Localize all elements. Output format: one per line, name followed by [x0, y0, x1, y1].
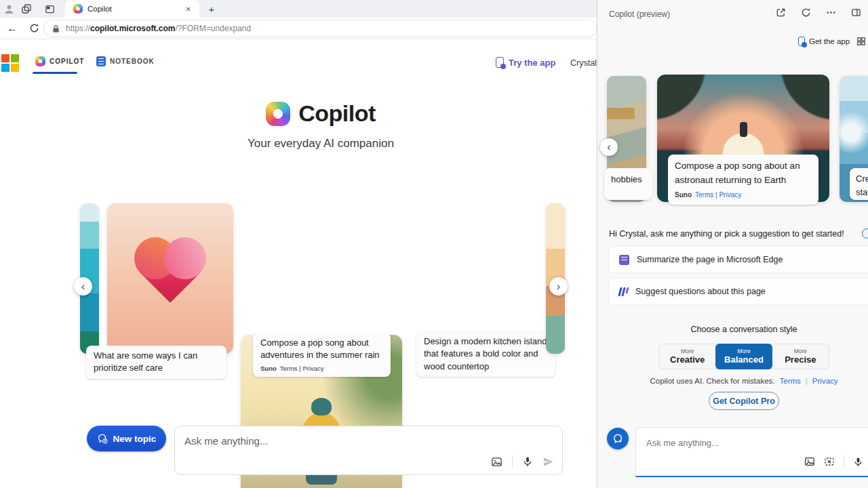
add-image-icon[interactable] [804, 456, 815, 467]
suggestion-summarize[interactable]: Summarize the page in Microsoft Edge [609, 247, 868, 272]
tab-strip: Copilot ✕ + [0, 0, 597, 18]
tab-actions-icon[interactable] [41, 1, 58, 16]
screenshot-icon[interactable] [824, 456, 835, 467]
sidebar-new-topic-button[interactable] [607, 428, 629, 449]
astronaut-art [740, 122, 747, 137]
suggestion-questions[interactable]: Suggest questions about this page [609, 279, 868, 304]
tab-title: Copilot [87, 5, 183, 13]
sidebar-input-icons [804, 455, 863, 468]
profile-icon[interactable] [0, 1, 18, 16]
tab-close-icon[interactable]: ✕ [183, 4, 194, 14]
page-title: Copilot [298, 100, 376, 127]
browser-window: Copilot ✕ + ← https://copilot.microsoft.… [0, 0, 597, 488]
summarize-icon [619, 255, 629, 265]
style-option-creative[interactable]: More Creative [659, 344, 715, 369]
tab-notebook[interactable]: NOTEBOOK [96, 56, 155, 66]
sidebar-carousel-prev-button[interactable]: ‹ [600, 138, 618, 156]
sidebar-caption-astronaut[interactable]: Compose a pop song about an astronaut re… [668, 155, 818, 205]
divider [844, 455, 844, 468]
browser-tab-copilot[interactable]: Copilot ✕ [65, 0, 199, 18]
carousel-prev-button[interactable]: ‹ [74, 277, 92, 296]
privacy-link[interactable]: Privacy [812, 377, 838, 385]
carousel-next-button[interactable]: › [549, 277, 568, 296]
phone-icon [496, 57, 504, 68]
new-topic-button[interactable]: New topic [87, 426, 166, 451]
add-image-icon[interactable] [491, 456, 502, 468]
card-caption-pop-song[interactable]: Compose a pop song about adventures in t… [253, 333, 391, 377]
microsoft-logo[interactable] [1, 54, 19, 72]
card-caption-self-care[interactable]: What are some ways I can prioritize self… [86, 346, 226, 379]
address-bar[interactable]: https://copilot.microsoft.com/?FORM=unde… [43, 20, 597, 37]
back-icon[interactable]: ← [3, 20, 22, 37]
heart-art [140, 243, 200, 303]
chat-input-icons [491, 455, 554, 468]
copilot-favicon [73, 4, 83, 14]
copilot-tab-icon [35, 56, 45, 66]
ai-disclaimer: Copilot uses AI. Check for mistakes. Ter… [622, 377, 866, 385]
page-content: COPILOT NOTEBOOK Try the app Crystal Cop… [0, 40, 597, 488]
terms-link[interactable]: Terms [695, 191, 713, 199]
copilot-logo [266, 102, 290, 126]
browser-toolbar: ← https://copilot.microsoft.com/?FORM=un… [0, 18, 597, 39]
split-view-icon[interactable] [851, 7, 861, 18]
notebook-icon [96, 56, 106, 66]
sidebar-chat-input[interactable] [646, 435, 795, 450]
carousel-card-self-care[interactable] [107, 203, 233, 354]
page-subtitle: Your everyday AI companion [185, 137, 456, 150]
workspaces-icon[interactable] [18, 1, 35, 16]
chat-input-container [174, 426, 563, 475]
sidebar-header-icons [776, 7, 861, 18]
privacy-link[interactable]: Privacy [719, 191, 741, 199]
send-icon[interactable] [542, 456, 554, 468]
microphone-icon[interactable] [522, 456, 533, 467]
url-text: https://copilot.microsoft.com/?FORM=unde… [66, 24, 251, 33]
suggest-questions-icon [618, 287, 629, 296]
terms-link[interactable]: Terms [280, 365, 298, 372]
active-tab-underline [33, 72, 77, 74]
get-the-app-button[interactable]: Get the app [798, 37, 850, 46]
suno-attribution: SunoTerms | Privacy [260, 364, 383, 373]
sidebar-chat-input-container [635, 427, 868, 477]
divider [512, 455, 513, 468]
tab-copilot[interactable]: COPILOT [35, 56, 84, 66]
sidebar-caption-hobbies[interactable]: hobbies [604, 168, 652, 200]
suno-attribution: SunoTerms | Privacy [675, 190, 812, 201]
sidebar-caption-partial-right[interactable]: Createstandi [850, 168, 868, 200]
conversation-style-switcher: More Creative More Balanced More Precise [658, 344, 829, 369]
card-caption-kitchen[interactable]: Design a modern kitchen island that feat… [416, 331, 555, 377]
user-name: Crystal [570, 58, 597, 68]
style-option-balanced[interactable]: More Balanced [715, 344, 772, 369]
style-option-precise[interactable]: More Precise [772, 344, 829, 369]
new-tab-icon[interactable]: + [205, 2, 218, 16]
lock-icon [52, 24, 60, 33]
privacy-link[interactable]: Privacy [302, 365, 323, 372]
phone-icon [798, 37, 805, 46]
read-aloud-icon[interactable] [862, 228, 868, 239]
more-options-icon[interactable] [826, 7, 836, 18]
refresh-sidebar-icon[interactable] [801, 7, 811, 18]
new-chat-icon [97, 433, 108, 444]
microphone-icon[interactable] [853, 457, 863, 467]
screen: Copilot ✕ + ← https://copilot.microsoft.… [0, 0, 868, 488]
get-copilot-pro-button[interactable]: Get Copilot Pro [709, 392, 779, 410]
sidebar-title: Copilot (preview) [609, 9, 670, 19]
open-in-new-tab-icon[interactable] [776, 7, 786, 18]
terms-link[interactable]: Terms [780, 377, 801, 385]
try-the-app-button[interactable]: Try the app [496, 57, 555, 68]
copilot-sidebar: Copilot (preview) Get the app hobbies [597, 0, 868, 488]
refresh-icon[interactable] [24, 20, 43, 37]
new-chat-icon [612, 433, 624, 445]
hero: Copilot [185, 100, 456, 127]
style-picker-title: Choose a conversation style [642, 325, 846, 334]
greeting-text: Hi Crystal, ask me anything or pick a su… [609, 229, 848, 239]
apps-grid-icon[interactable] [856, 37, 866, 46]
chat-input[interactable] [184, 432, 469, 449]
